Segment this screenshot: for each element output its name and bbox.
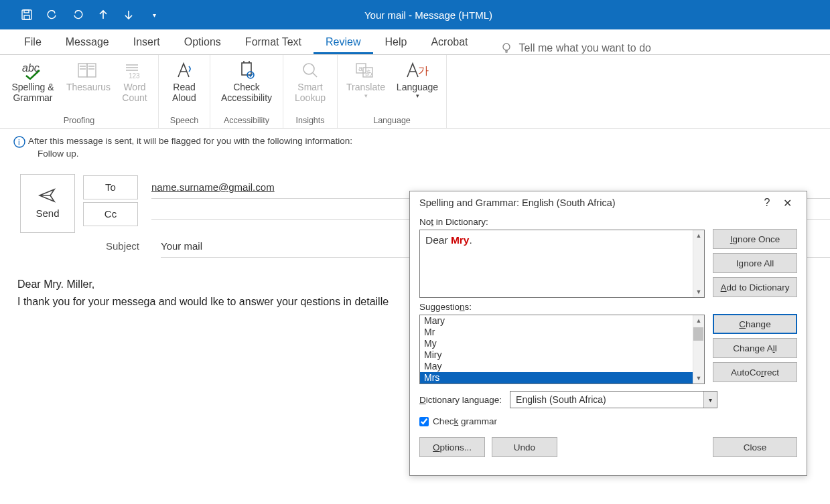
svg-rect-5 [78, 64, 87, 77]
ribbon-group-proofing: abc Spelling & Grammar Thesaurus 123 Wor… [0, 55, 159, 128]
smart-lookup-icon [301, 60, 320, 80]
menu-review[interactable]: Review [314, 32, 372, 54]
down-arrow-icon[interactable] [122, 8, 135, 21]
smart-lookup-button[interactable]: Smart Lookup [290, 58, 330, 114]
subject-label: Subject [83, 240, 139, 252]
subject-value: Your mail [161, 240, 202, 252]
ribbon-group-insights: Smart Lookup Insights [283, 55, 338, 128]
suggestions-scrollbar[interactable]: ▲▼ [693, 315, 704, 384]
tell-me-search[interactable]: Tell me what you want to do [500, 42, 651, 54]
dialog-close-icon[interactable]: ✕ [777, 197, 797, 209]
check-grammar-checkbox[interactable] [419, 417, 429, 426]
group-label-language: Language [373, 114, 411, 128]
thesaurus-button[interactable]: Thesaurus [67, 58, 110, 114]
svg-rect-1 [24, 10, 29, 13]
ignore-all-button[interactable]: Ignore All [713, 253, 797, 273]
not-in-dictionary-box[interactable]: Dear Mry. ▲▼ [419, 230, 705, 298]
accessibility-icon [236, 60, 257, 80]
ribbon-group-accessibility: Check Accessibility Accessibility [210, 55, 283, 128]
svg-point-10 [303, 64, 314, 74]
dictionary-language-select[interactable]: English (South Africa) ▾ [510, 391, 717, 408]
menu-message[interactable]: Message [54, 32, 121, 54]
nid-error-word: Mry [451, 234, 470, 246]
window-title: Your mail - Message (HTML) [161, 9, 696, 21]
add-to-dictionary-button[interactable]: Add to Dictionary [713, 277, 797, 297]
thesaurus-label: Thesaurus [66, 82, 111, 92]
suggestion-item[interactable]: May [420, 361, 704, 372]
change-button[interactable]: Change [713, 314, 797, 334]
smart-lookup-label: Smart Lookup [295, 82, 326, 103]
ignore-once-button[interactable]: Ignore Once [713, 229, 797, 249]
translate-label: Translate [346, 82, 385, 92]
info-icon: i [13, 136, 25, 148]
send-button[interactable]: Send [20, 174, 75, 233]
nid-pre: Dear [425, 234, 451, 246]
ribbon: abc Spelling & Grammar Thesaurus 123 Wor… [0, 55, 830, 129]
nid-scrollbar[interactable]: ▲▼ [693, 230, 704, 297]
read-aloud-button[interactable]: Read Aloud [165, 58, 203, 114]
suggestion-item[interactable]: Miry [420, 349, 704, 361]
check-accessibility-label: Check Accessibility [221, 82, 272, 103]
suggestion-item[interactable]: Mr [420, 327, 704, 338]
undo-icon[interactable] [46, 8, 59, 21]
read-aloud-label: Read Aloud [172, 82, 196, 103]
ribbon-group-language: aあ Translate ▾ 가 Language ▾ Language [338, 55, 447, 128]
suggestions-list[interactable]: Mary Mr My Miry May Mrs ▲▼ [419, 315, 705, 384]
redo-icon[interactable] [71, 8, 84, 21]
lightbulb-icon [500, 42, 512, 54]
send-icon [38, 187, 57, 203]
svg-point-3 [503, 44, 510, 50]
customize-qat-icon[interactable]: ▾ [147, 8, 161, 21]
menu-bar: File Message Insert Options Format Text … [0, 29, 830, 55]
spelling-grammar-dialog: Spelling and Grammar: English (South Afr… [409, 191, 807, 476]
check-accessibility-button[interactable]: Check Accessibility [217, 58, 276, 114]
not-in-dictionary-label: Not in Dictionary: [419, 217, 705, 227]
change-all-button[interactable]: Change All [713, 338, 797, 358]
spelling-icon: abc [21, 60, 45, 80]
menu-acrobat[interactable]: Acrobat [419, 32, 480, 54]
cc-button[interactable]: Cc [83, 202, 138, 226]
close-button[interactable]: Close [713, 437, 797, 457]
spelling-grammar-button[interactable]: abc Spelling & Grammar [7, 58, 59, 114]
svg-text:i: i [18, 138, 20, 147]
word-count-icon: 123 [125, 60, 145, 80]
dialog-title: Spelling and Grammar: English (South Afr… [419, 197, 616, 208]
up-arrow-icon[interactable] [96, 8, 110, 21]
menu-options[interactable]: Options [172, 32, 233, 54]
suggestions-label: Suggestions: [419, 302, 705, 312]
chevron-down-icon: ▾ [703, 392, 717, 408]
word-count-label: Word Count [122, 82, 147, 103]
suggestion-item-selected[interactable]: Mrs [420, 372, 704, 384]
suggestion-item[interactable]: Mary [420, 315, 704, 327]
word-count-button[interactable]: 123 Word Count [118, 58, 151, 114]
suggestion-item[interactable]: My [420, 338, 704, 349]
save-icon[interactable] [20, 8, 33, 21]
dialog-help-button[interactable]: ? [757, 197, 777, 209]
menu-file[interactable]: File [12, 32, 54, 54]
info-line1: After this message is sent, it will be f… [28, 135, 352, 148]
menu-insert[interactable]: Insert [121, 32, 172, 54]
undo-button[interactable]: Undo [492, 437, 557, 457]
translate-button[interactable]: aあ Translate ▾ [344, 58, 387, 114]
language-button[interactable]: 가 Language ▾ [395, 58, 439, 114]
language-label: Language [397, 82, 438, 92]
thesaurus-icon [77, 60, 100, 80]
options-button[interactable]: Options... [419, 437, 485, 457]
menu-format-text[interactable]: Format Text [233, 32, 314, 54]
group-label-speech: Speech [170, 114, 198, 128]
menu-help[interactable]: Help [373, 32, 419, 54]
svg-rect-8 [242, 63, 251, 75]
dictionary-language-value: English (South Africa) [516, 394, 606, 405]
translate-icon: aあ [355, 60, 376, 80]
dictionary-language-label: Dictionary language: [419, 395, 502, 405]
info-line2: Follow up. [28, 148, 352, 161]
check-grammar-label: Check grammar [433, 416, 497, 426]
send-label: Send [36, 207, 59, 219]
svg-text:123: 123 [129, 72, 140, 80]
read-aloud-icon [174, 60, 194, 80]
svg-text:가: 가 [418, 65, 429, 76]
to-button[interactable]: To [83, 175, 138, 199]
autocorrect-button[interactable]: AutoCorrect [713, 362, 797, 382]
to-recipient[interactable]: name.surname@gmail.com [151, 181, 275, 193]
svg-rect-2 [24, 15, 29, 19]
